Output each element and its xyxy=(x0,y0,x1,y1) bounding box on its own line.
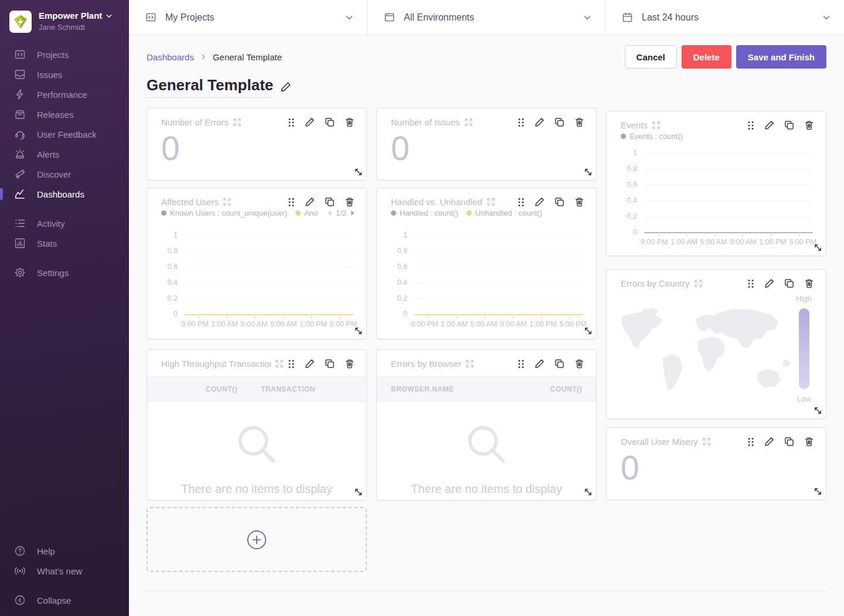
legend-pager: 1/2 xyxy=(326,209,356,217)
environment-filter-value: All Environments xyxy=(404,12,474,23)
resize-handle-icon[interactable] xyxy=(583,487,593,497)
sidebar-item-stats[interactable]: Stats xyxy=(0,233,129,253)
legend-item[interactable]: Unhandled : count() xyxy=(467,209,542,217)
resize-handle-icon[interactable] xyxy=(353,167,363,177)
edit-widget-icon[interactable] xyxy=(535,359,544,369)
sidebar-item-performance[interactable]: Performance xyxy=(0,84,129,104)
date-range-filter[interactable]: Last 24 hours xyxy=(605,0,844,35)
resize-handle-icon[interactable] xyxy=(813,243,823,253)
legend-item[interactable]: Anonymous Users : count_unique(user) xyxy=(295,209,318,217)
expand-icon[interactable] xyxy=(487,198,495,206)
edit-widget-icon[interactable] xyxy=(764,278,774,288)
drag-handle-icon[interactable] xyxy=(747,121,754,130)
delete-widget-icon[interactable] xyxy=(804,437,814,447)
duplicate-widget-icon[interactable] xyxy=(554,359,564,369)
org-header[interactable]: Empower Plant Jane Schmidt xyxy=(0,0,129,33)
duplicate-widget-icon[interactable] xyxy=(784,437,794,447)
duplicate-widget-icon[interactable] xyxy=(325,197,335,207)
expand-icon[interactable] xyxy=(233,118,241,126)
sidebar-nav: Projects Issues Performance Releases Use… xyxy=(0,45,129,283)
sidebar-item-issues[interactable]: Issues xyxy=(0,64,129,84)
delete-widget-icon[interactable] xyxy=(804,120,814,130)
add-widget-tile[interactable] xyxy=(147,507,367,572)
edit-widget-icon[interactable] xyxy=(535,117,544,127)
widget-title: Affected Users xyxy=(161,197,219,207)
expand-icon[interactable] xyxy=(223,198,231,206)
y-tick: 0.4 xyxy=(161,278,178,287)
edit-widget-icon[interactable] xyxy=(764,120,774,130)
delete-widget-icon[interactable] xyxy=(804,278,814,288)
expand-icon[interactable] xyxy=(652,121,660,129)
affected-users-chart: 10.80.60.40.20 9:00 PM1:00 AM5:00 AM9:00… xyxy=(161,235,353,314)
edit-title-pencil-icon[interactable] xyxy=(280,81,291,93)
sidebar-item-help[interactable]: Help xyxy=(0,541,129,561)
widget-affected-users: Affected Users Known Users : count_uniqu… xyxy=(147,188,367,339)
resize-handle-icon[interactable] xyxy=(583,167,593,177)
expand-icon[interactable] xyxy=(465,118,472,126)
resize-handle-icon[interactable] xyxy=(353,326,363,336)
sidebar-item-alerts[interactable]: Alerts xyxy=(0,144,129,164)
sidebar-item-user-feedback[interactable]: User Feedback xyxy=(0,124,129,144)
duplicate-widget-icon[interactable] xyxy=(554,197,564,207)
drag-handle-icon[interactable] xyxy=(288,198,295,207)
sidebar-item-discover[interactable]: Discover xyxy=(0,164,129,184)
drag-handle-icon[interactable] xyxy=(518,359,525,369)
environment-filter[interactable]: All Environments xyxy=(367,0,605,35)
sidebar-item-label: Projects xyxy=(37,50,69,60)
legend-item[interactable]: Handled : count() xyxy=(391,209,458,217)
resize-handle-icon[interactable] xyxy=(583,326,593,336)
legend-item[interactable]: Events : count() xyxy=(621,132,683,141)
delete-widget-icon[interactable] xyxy=(345,197,355,207)
duplicate-widget-icon[interactable] xyxy=(554,117,564,127)
resize-handle-icon[interactable] xyxy=(353,487,363,497)
legend-prev-icon[interactable] xyxy=(326,210,332,216)
edit-widget-icon[interactable] xyxy=(305,359,315,369)
x-tick: 1:00 AM xyxy=(441,320,468,328)
drag-handle-icon[interactable] xyxy=(518,118,525,127)
save-and-finish-button[interactable]: Save and Finish xyxy=(736,45,826,69)
edit-widget-icon[interactable] xyxy=(764,437,774,447)
delete-button[interactable]: Delete xyxy=(682,45,731,69)
sidebar-item-label: Dashboards xyxy=(37,189,84,199)
sidebar-item-dashboards[interactable]: Dashboards xyxy=(0,184,129,204)
duplicate-widget-icon[interactable] xyxy=(325,359,335,369)
project-filter[interactable]: My Projects xyxy=(129,0,367,35)
edit-widget-icon[interactable] xyxy=(305,197,315,207)
collapse-icon xyxy=(14,594,26,606)
legend-next-icon[interactable] xyxy=(350,210,356,216)
duplicate-widget-icon[interactable] xyxy=(784,120,794,130)
sidebar-item-whats-new[interactable]: What's new xyxy=(0,561,129,581)
drag-handle-icon[interactable] xyxy=(288,118,295,127)
cancel-button[interactable]: Cancel xyxy=(625,45,677,69)
delete-widget-icon[interactable] xyxy=(574,117,584,127)
y-tick: 1 xyxy=(621,149,637,157)
sidebar-item-projects[interactable]: Projects xyxy=(0,45,129,64)
resize-handle-icon[interactable] xyxy=(813,406,823,416)
breadcrumb-dashboards-link[interactable]: Dashboards xyxy=(147,52,194,62)
legend-item[interactable]: Known Users : count_unique(user) xyxy=(161,209,287,217)
expand-icon[interactable] xyxy=(703,438,710,445)
delete-widget-icon[interactable] xyxy=(574,359,584,369)
delete-widget-icon[interactable] xyxy=(574,197,584,207)
duplicate-widget-icon[interactable] xyxy=(325,117,335,127)
sidebar-item-collapse[interactable]: Collapse xyxy=(0,590,129,610)
resize-handle-icon[interactable] xyxy=(813,486,823,496)
drag-handle-icon[interactable] xyxy=(747,279,754,288)
delete-widget-icon[interactable] xyxy=(345,359,355,369)
sidebar-item-activity[interactable]: Activity xyxy=(0,213,129,233)
duplicate-widget-icon[interactable] xyxy=(784,278,794,288)
drag-handle-icon[interactable] xyxy=(288,359,295,369)
drag-handle-icon[interactable] xyxy=(747,437,754,447)
delete-widget-icon[interactable] xyxy=(345,117,355,127)
org-name[interactable]: Empower Plant xyxy=(39,11,102,21)
expand-icon[interactable] xyxy=(466,360,474,367)
world-map-graphic xyxy=(618,298,792,404)
expand-icon[interactable] xyxy=(275,360,283,367)
edit-widget-icon[interactable] xyxy=(535,197,544,207)
sidebar-item-settings[interactable]: Settings xyxy=(0,263,129,283)
drag-handle-icon[interactable] xyxy=(518,198,525,207)
y-tick: 1 xyxy=(391,231,407,239)
edit-widget-icon[interactable] xyxy=(305,117,315,127)
sidebar-item-releases[interactable]: Releases xyxy=(0,104,129,124)
expand-icon[interactable] xyxy=(695,280,702,287)
